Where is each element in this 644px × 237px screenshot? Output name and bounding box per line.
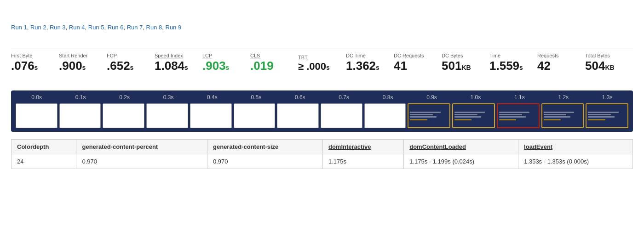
- filmstrip-frame-6: [277, 103, 319, 128]
- run-link-8[interactable]: Run 8: [146, 24, 162, 31]
- visual-section: 0.0s0.1s0.2s0.3s0.4s0.5s0.6s0.7s0.8s0.9s…: [11, 81, 633, 132]
- metric-name: First Byte: [11, 53, 57, 58]
- metric-unit: s: [34, 64, 38, 71]
- metric-col-requests: Requests42: [537, 53, 585, 72]
- table-header-loadevent[interactable]: loadEvent: [518, 140, 633, 154]
- metric-col-start-render: Start Render.900s: [59, 53, 107, 72]
- filmstrip-frame-8: [364, 103, 406, 128]
- metric-col-first-byte: First Byte.076s: [11, 53, 59, 72]
- run-link-4[interactable]: Run 4: [69, 24, 85, 31]
- metric-col-dc-time: DC Time1.362s: [346, 53, 394, 72]
- metric-unit: s: [226, 64, 230, 71]
- page-container: Run 1, Run 2, Run 3, Run 4, Run 5, Run 6…: [11, 9, 633, 169]
- filmstrip-frames: [16, 103, 628, 128]
- table-header-domcontentloaded[interactable]: domContentLoaded: [404, 140, 518, 154]
- data-table-section: Colordepthgenerated-content-percentgener…: [11, 139, 633, 169]
- filmstrip-time-9: 0.9s: [411, 94, 453, 101]
- table-cell-0: 24: [12, 154, 76, 169]
- filmstrip: 0.0s0.1s0.2s0.3s0.4s0.5s0.6s0.7s0.8s0.9s…: [11, 90, 633, 132]
- filmstrip-frame-3: [146, 103, 188, 128]
- metrics-row: First Byte.076sStart Render.900sFCP.652s…: [11, 49, 633, 72]
- metric-value: 42: [537, 60, 583, 72]
- metric-value: .652s: [107, 60, 153, 72]
- metric-col-tbt: TBT≥ .000s: [298, 55, 346, 72]
- metric-value: ≥ .000s: [298, 62, 344, 72]
- run-link-2[interactable]: Run 2: [30, 24, 46, 31]
- metric-unit: s: [82, 64, 86, 71]
- metric-value: 1.084s: [155, 60, 201, 72]
- table-cell-2: 0.970: [207, 154, 323, 169]
- filmstrip-time-11: 1.1s: [499, 94, 540, 101]
- run-link-9[interactable]: Run 9: [166, 24, 182, 31]
- page-title: [11, 9, 633, 21]
- filmstrip-time-13: 1.3s: [586, 94, 628, 101]
- table-cell-3: 1.175s: [322, 154, 403, 169]
- metric-unit: s: [519, 64, 523, 71]
- metric-value: 1.559s: [489, 60, 535, 72]
- metric-name[interactable]: Speed Index: [155, 53, 201, 58]
- metric-name: Requests: [537, 53, 583, 58]
- metric-unit: KB: [605, 64, 614, 71]
- filmstrip-frame-4: [190, 103, 232, 128]
- run-links-section: Run 1, Run 2, Run 3, Run 4, Run 5, Run 6…: [11, 24, 633, 31]
- filmstrip-frame-0: [16, 103, 58, 128]
- metric-value: 1.362s: [346, 60, 392, 72]
- metric-unit: s: [326, 64, 330, 71]
- metric-col-time: Time1.559s: [489, 53, 537, 72]
- run-link-7[interactable]: Run 7: [127, 24, 143, 31]
- filmstrip-time-7: 0.7s: [323, 94, 365, 101]
- metric-col-dc-requests: DC Requests41: [394, 53, 442, 72]
- filmstrip-time-12: 1.2s: [542, 94, 584, 101]
- metric-unit: s: [130, 64, 134, 71]
- metric-name: FCP: [107, 53, 153, 58]
- metric-value: 504KB: [585, 60, 631, 72]
- metric-col-speed-index: Speed Index1.084s: [155, 53, 202, 72]
- table-header-generated-content-size: generated-content-size: [207, 140, 323, 154]
- filmstrip-frame-7: [321, 103, 362, 128]
- filmstrip-frame-13: [586, 103, 628, 128]
- metric-col-fcp: FCP.652s: [107, 53, 155, 72]
- filmstrip-time-1: 0.1s: [59, 94, 101, 101]
- table-header-colordepth: Colordepth: [12, 140, 76, 154]
- filmstrip-frame-11: [497, 103, 540, 128]
- filmstrip-time-8: 0.8s: [367, 94, 408, 101]
- metric-name: DC Time: [346, 53, 392, 58]
- filmstrip-frame-2: [103, 103, 144, 128]
- metric-value: .019: [250, 60, 296, 72]
- metric-col-dc-bytes: DC Bytes501KB: [442, 53, 489, 72]
- metric-value: .076s: [11, 60, 57, 72]
- metric-col-cls: CLS.019: [250, 53, 298, 72]
- metric-name: Start Render: [59, 53, 105, 58]
- metric-name[interactable]: TBT: [298, 55, 344, 60]
- table-cell-1: 0.970: [76, 154, 207, 169]
- filmstrip-time-3: 0.3s: [147, 94, 189, 101]
- metric-name: DC Requests: [394, 53, 440, 58]
- run-link-1[interactable]: Run 1: [11, 24, 27, 31]
- metric-name[interactable]: CLS: [250, 53, 296, 58]
- metric-value: .900s: [59, 60, 105, 72]
- metric-name: Total Bytes: [585, 53, 631, 58]
- filmstrip-frame-5: [234, 103, 276, 128]
- filmstrip-time-6: 0.6s: [279, 94, 321, 101]
- run-links-list: Run 1, Run 2, Run 3, Run 4, Run 5, Run 6…: [11, 24, 181, 31]
- table-header-dominteractive[interactable]: domInteractive: [322, 140, 403, 154]
- filmstrip-frame-10: [452, 103, 495, 128]
- filmstrip-frame-12: [541, 103, 584, 128]
- data-table: Colordepthgenerated-content-percentgener…: [11, 139, 633, 169]
- filmstrip-times: 0.0s0.1s0.2s0.3s0.4s0.5s0.6s0.7s0.8s0.9s…: [16, 94, 628, 101]
- table-cell-5: 1.353s - 1.353s (0.000s): [518, 154, 633, 169]
- metric-value: 501KB: [442, 60, 488, 72]
- first-view-label: [11, 38, 633, 45]
- metric-name: Time: [489, 53, 535, 58]
- run-link-3[interactable]: Run 3: [50, 24, 66, 31]
- filmstrip-time-4: 0.4s: [191, 94, 233, 101]
- metric-name: DC Bytes: [442, 53, 488, 58]
- page-header: [11, 9, 633, 21]
- run-link-6[interactable]: Run 6: [108, 24, 124, 31]
- filmstrip-frame-1: [59, 103, 101, 128]
- metric-name[interactable]: LCP: [202, 53, 248, 58]
- metric-unit: KB: [461, 64, 471, 71]
- run-link-5[interactable]: Run 5: [88, 24, 104, 31]
- filmstrip-time-5: 0.5s: [235, 94, 277, 101]
- metric-col-total-bytes: Total Bytes504KB: [585, 53, 633, 72]
